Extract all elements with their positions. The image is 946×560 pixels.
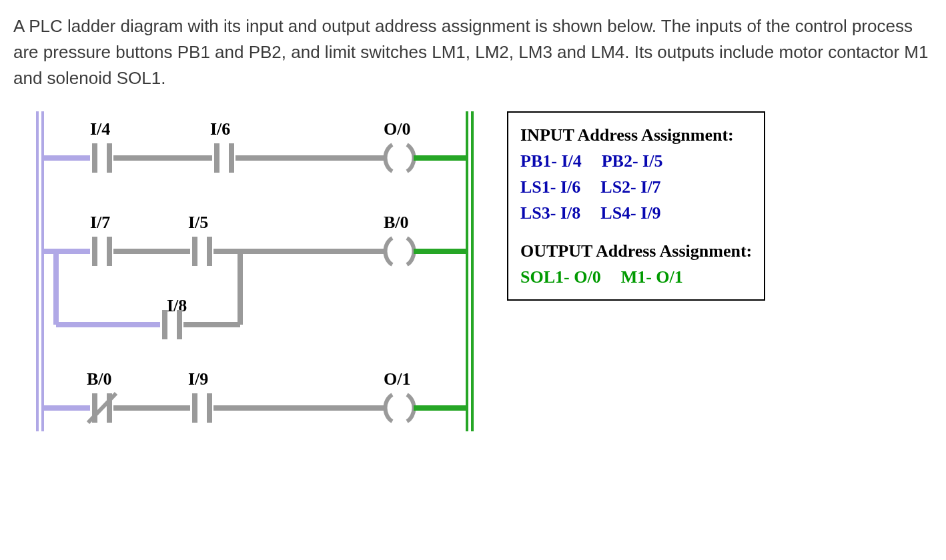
contact-xic-icon	[195, 237, 209, 266]
label-o0: O/0	[384, 119, 410, 139]
assign-ls2: LS2- I/7	[600, 174, 660, 200]
output-heading: OUTPUT Address Assignment:	[520, 238, 752, 264]
label-i6: I/6	[210, 119, 230, 139]
assign-pb1: PB1- I/4	[520, 148, 582, 174]
contact-xic-icon	[95, 237, 109, 266]
assign-ls3: LS3- I/8	[520, 200, 580, 226]
assign-ls1: LS1- I/6	[520, 174, 580, 200]
assign-m1: M1- O/1	[621, 264, 683, 290]
problem-description: A PLC ladder diagram with its input and …	[13, 13, 933, 91]
label-i9: I/9	[188, 369, 208, 389]
coil-icon	[385, 145, 414, 171]
assign-ls4: LS4- I/9	[600, 200, 660, 226]
contact-xio-icon	[88, 393, 116, 423]
label-b0-nc: B/0	[87, 369, 112, 389]
label-i5: I/5	[188, 213, 208, 232]
contact-xic-icon	[195, 393, 209, 423]
coil-icon	[385, 395, 414, 421]
label-o1: O/1	[384, 369, 410, 389]
address-assignment-box: INPUT Address Assignment: PB1- I/4 PB2- …	[507, 111, 765, 301]
contact-xic-icon	[217, 143, 231, 173]
coil-icon	[385, 238, 414, 265]
label-b0: B/0	[384, 213, 409, 232]
assign-pb2: PB2- I/5	[602, 148, 663, 174]
contact-xic-icon	[95, 143, 109, 173]
assign-sol1: SOL1- O/0	[520, 264, 601, 290]
label-i4: I/4	[90, 119, 110, 139]
label-i7: I/7	[90, 213, 110, 232]
ladder-diagram: I/4 I/6 O/0 I/7	[13, 111, 494, 431]
input-heading: INPUT Address Assignment:	[520, 122, 752, 148]
